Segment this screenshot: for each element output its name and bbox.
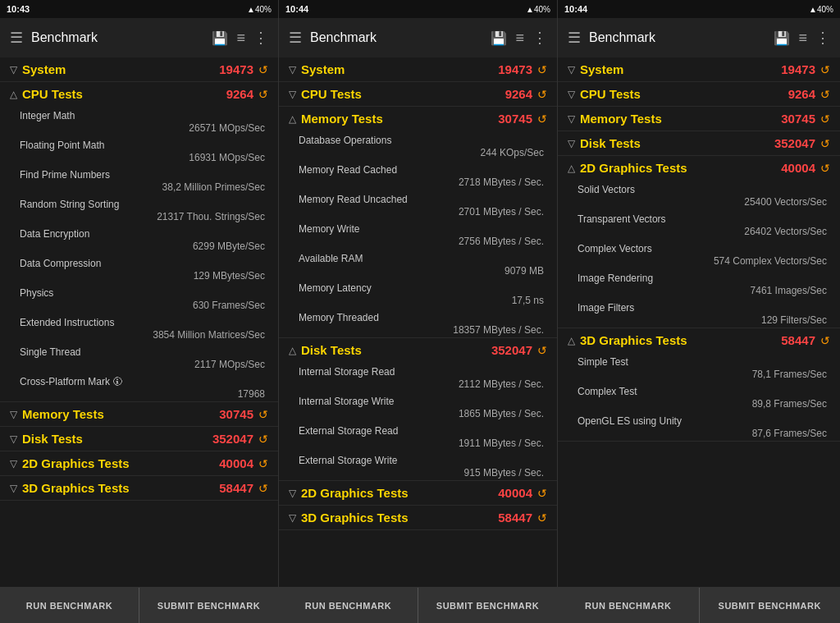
- refresh-icon[interactable]: ↺: [258, 408, 268, 421]
- section-title: Disk Tests: [22, 432, 212, 446]
- status-time: 10:43: [7, 4, 30, 14]
- section-header-system1[interactable]: ▽System19473↺: [0, 57, 278, 81]
- item-value: 2756 MBytes / Sec.: [299, 236, 544, 247]
- item-label: Solid Vectors: [578, 184, 635, 195]
- save-icon[interactable]: 💾: [774, 30, 790, 46]
- screen-2: 10:44▲40%☰Benchmark💾≡⋮▽System19473↺▽CPU …: [279, 0, 558, 623]
- refresh-icon[interactable]: ↺: [537, 63, 547, 76]
- item-value: 78,1 Frames/Sec: [578, 369, 827, 380]
- refresh-icon[interactable]: ↺: [820, 162, 830, 175]
- save-icon[interactable]: 💾: [491, 30, 507, 46]
- refresh-icon[interactable]: ↺: [258, 433, 268, 446]
- item-value: 89,8 Frames/Sec: [578, 398, 827, 410]
- item-label: Memory Threaded: [299, 312, 379, 323]
- save-icon[interactable]: 💾: [212, 30, 228, 46]
- section-header-disk3[interactable]: ▽Disk Tests352047↺: [558, 131, 840, 155]
- section-header-3d3[interactable]: △3D Graphics Tests58447↺: [558, 328, 840, 352]
- status-right: ▲40%: [526, 5, 550, 14]
- list-item: Floating Point Math16931 MOps/Sec: [0, 135, 278, 165]
- section-header-cpu1[interactable]: △CPU Tests9264↺: [0, 82, 278, 106]
- section-header-disk1[interactable]: ▽Disk Tests352047↺: [0, 427, 278, 451]
- list-icon[interactable]: ≡: [236, 30, 245, 47]
- section-title: System: [580, 62, 781, 76]
- section-system1: ▽System19473↺: [0, 57, 278, 81]
- more-icon[interactable]: ⋮: [253, 29, 268, 47]
- refresh-icon[interactable]: ↺: [537, 88, 547, 101]
- section-header-disk2[interactable]: △Disk Tests352047↺: [279, 338, 557, 362]
- section-title: Disk Tests: [580, 136, 774, 150]
- section-value: 19473: [219, 62, 253, 76]
- more-icon[interactable]: ⋮: [815, 29, 830, 47]
- chevron-icon: ▽: [289, 512, 296, 524]
- content-area: ▽System19473↺▽CPU Tests9264↺△Memory Test…: [279, 57, 557, 587]
- section-header-3d2[interactable]: ▽3D Graphics Tests58447↺: [279, 506, 557, 529]
- refresh-icon[interactable]: ↺: [537, 487, 547, 500]
- section-title: CPU Tests: [22, 87, 226, 101]
- run-benchmark-button[interactable]: RUN BENCHMARK: [0, 588, 139, 623]
- refresh-icon[interactable]: ↺: [820, 112, 830, 126]
- item-label: External Storage Write: [299, 455, 398, 466]
- refresh-icon[interactable]: ↺: [820, 63, 830, 76]
- refresh-icon[interactable]: ↺: [820, 334, 830, 347]
- item-value: 2718 MBytes / Sec.: [299, 176, 544, 188]
- refresh-icon[interactable]: ↺: [537, 112, 547, 126]
- item-label: Memory Read Uncached: [299, 194, 408, 205]
- section-title: 2D Graphics Tests: [301, 486, 498, 500]
- list-item: Find Prime Numbers38,2 Million Primes/Se…: [0, 165, 278, 195]
- section-header-2d1[interactable]: ▽2D Graphics Tests40004↺: [0, 451, 278, 475]
- menu-icon[interactable]: ☰: [289, 29, 302, 47]
- item-label: Available RAM: [299, 253, 363, 264]
- section-2d3: △2D Graphics Tests40004↺Solid Vectors254…: [558, 156, 840, 328]
- more-icon[interactable]: ⋮: [532, 29, 547, 47]
- section-value: 30745: [498, 112, 532, 126]
- submit-benchmark-button[interactable]: SUBMIT BENCHMARK: [700, 588, 841, 623]
- section-title: CPU Tests: [301, 87, 505, 101]
- section-memory3: ▽Memory Tests30745↺: [558, 107, 840, 131]
- submit-benchmark-button[interactable]: SUBMIT BENCHMARK: [139, 588, 278, 623]
- section-header-system3[interactable]: ▽System19473↺: [558, 57, 840, 81]
- menu-icon[interactable]: ☰: [10, 29, 23, 47]
- app-title: Benchmark: [310, 30, 482, 45]
- section-header-cpu3[interactable]: ▽CPU Tests9264↺: [558, 82, 840, 106]
- item-value: 21317 Thou. Strings/Sec: [20, 211, 265, 222]
- item-label: Internal Storage Read: [299, 366, 395, 378]
- section-title: 2D Graphics Tests: [580, 161, 781, 175]
- item-label: Data Encryption: [20, 228, 89, 240]
- submit-benchmark-button[interactable]: SUBMIT BENCHMARK: [418, 588, 557, 623]
- section-title: CPU Tests: [580, 87, 788, 101]
- refresh-icon[interactable]: ↺: [258, 457, 268, 470]
- run-benchmark-button[interactable]: RUN BENCHMARK: [279, 588, 418, 623]
- menu-icon[interactable]: ☰: [568, 29, 581, 47]
- list-item: Memory Write2756 MBytes / Sec.: [279, 219, 557, 249]
- list-icon[interactable]: ≡: [798, 30, 807, 47]
- section-header-3d1[interactable]: ▽3D Graphics Tests58447↺: [0, 476, 278, 500]
- section-header-memory1[interactable]: ▽Memory Tests30745↺: [0, 402, 278, 426]
- battery-text: ▲40%: [809, 5, 833, 14]
- section-header-2d3[interactable]: △2D Graphics Tests40004↺: [558, 156, 840, 180]
- section-header-cpu2[interactable]: ▽CPU Tests9264↺: [279, 82, 557, 106]
- list-item: OpenGL ES using Unity87,6 Frames/Sec: [558, 411, 840, 441]
- chevron-icon: ▽: [568, 64, 575, 76]
- section-header-2d2[interactable]: ▽2D Graphics Tests40004↺: [279, 481, 557, 505]
- item-label: Physics: [20, 287, 53, 299]
- refresh-icon[interactable]: ↺: [537, 511, 547, 525]
- item-value: 1911 MBytes / Sec.: [299, 437, 544, 449]
- refresh-icon[interactable]: ↺: [820, 88, 830, 101]
- refresh-icon[interactable]: ↺: [258, 88, 268, 101]
- refresh-icon[interactable]: ↺: [537, 344, 547, 357]
- list-item: Memory Threaded18357 MBytes / Sec.: [279, 308, 557, 337]
- app-bar: ☰Benchmark💾≡⋮: [558, 18, 840, 57]
- refresh-icon[interactable]: ↺: [258, 482, 268, 495]
- section-header-memory3[interactable]: ▽Memory Tests30745↺: [558, 107, 840, 131]
- list-icon[interactable]: ≡: [515, 30, 524, 47]
- section-memory2: △Memory Tests30745↺Database Operations24…: [279, 107, 557, 337]
- section-header-system2[interactable]: ▽System19473↺: [279, 57, 557, 81]
- status-bar: 10:43▲40%: [0, 0, 278, 18]
- section-value: 30745: [219, 407, 253, 421]
- run-benchmark-button[interactable]: RUN BENCHMARK: [558, 588, 700, 623]
- refresh-icon[interactable]: ↺: [820, 137, 830, 150]
- refresh-icon[interactable]: ↺: [258, 63, 268, 76]
- status-time: 10:44: [285, 4, 308, 14]
- item-value: 6299 MByte/Sec: [20, 240, 265, 252]
- section-header-memory2[interactable]: △Memory Tests30745↺: [279, 107, 557, 131]
